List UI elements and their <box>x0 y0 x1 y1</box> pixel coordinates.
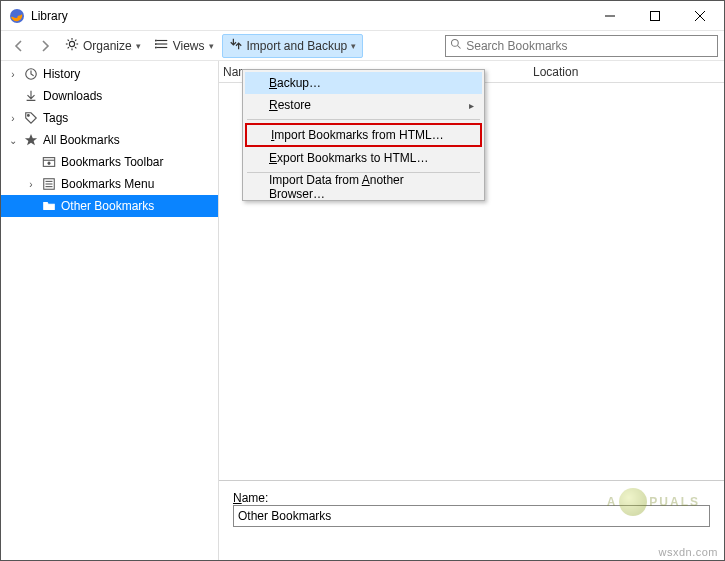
svg-line-21 <box>458 46 461 49</box>
sidebar-item-label: Tags <box>43 111 68 125</box>
menu-item-restore[interactable]: Restore ▸ <box>245 94 482 116</box>
back-button[interactable] <box>7 34 31 58</box>
menu-item-import-browser[interactable]: Import Data from Another Browser… <box>245 176 482 198</box>
chevron-right-icon: › <box>7 69 19 80</box>
library-window: Library Organize ▾ Vi <box>0 0 725 561</box>
toolbar: Organize ▾ Views ▾ Import and Backup ▾ <box>1 31 724 61</box>
sidebar-item-other-bookmarks[interactable]: Other Bookmarks <box>1 195 218 217</box>
tag-icon <box>23 110 39 126</box>
menu-item-label: Restore <box>269 98 311 112</box>
forward-button[interactable] <box>33 34 57 58</box>
sidebar-item-label: Other Bookmarks <box>61 199 154 213</box>
import-backup-menu: Backup… Restore ▸ Import Bookmarks from … <box>242 69 485 201</box>
import-backup-label: Import and Backup <box>247 39 348 53</box>
menu-separator <box>247 119 480 120</box>
sidebar-item-all-bookmarks[interactable]: ⌄ All Bookmarks <box>1 129 218 151</box>
watermark-orb-icon <box>619 488 647 516</box>
svg-line-12 <box>68 47 69 48</box>
svg-line-13 <box>75 40 76 41</box>
sidebar-item-label: History <box>43 67 80 81</box>
window-title: Library <box>31 9 68 23</box>
organize-label: Organize <box>83 39 132 53</box>
history-icon <box>23 66 39 82</box>
organize-button[interactable]: Organize ▾ <box>59 34 147 58</box>
menu-item-import-html[interactable]: Import Bookmarks from HTML… <box>245 123 482 147</box>
submenu-arrow-icon: ▸ <box>469 100 474 111</box>
download-icon <box>23 88 39 104</box>
svg-point-5 <box>69 41 74 46</box>
search-input[interactable] <box>466 39 713 53</box>
search-field[interactable] <box>445 35 718 57</box>
svg-point-17 <box>155 40 156 41</box>
search-icon <box>450 38 462 53</box>
sidebar-item-label: Downloads <box>43 89 102 103</box>
gear-icon <box>65 37 79 54</box>
menu-item-label: Export Bookmarks to HTML… <box>269 151 428 165</box>
chevron-right-icon: › <box>7 113 19 124</box>
column-location[interactable]: Location <box>533 65 724 79</box>
chevron-down-icon: ▾ <box>351 41 356 51</box>
sidebar-tree[interactable]: › History Downloads › Tags <box>1 61 219 560</box>
chevron-down-icon: ⌄ <box>7 135 19 146</box>
menu-item-backup[interactable]: Backup… <box>245 72 482 94</box>
menu-item-export-html[interactable]: Export Bookmarks to HTML… <box>245 147 482 169</box>
chevron-down-icon: ▾ <box>136 41 141 51</box>
close-button[interactable] <box>677 1 722 30</box>
svg-rect-2 <box>650 11 659 20</box>
sidebar-item-downloads[interactable]: Downloads <box>1 85 218 107</box>
import-backup-button[interactable]: Import and Backup ▾ <box>222 34 364 58</box>
svg-point-18 <box>155 44 156 45</box>
views-button[interactable]: Views ▾ <box>149 34 220 58</box>
site-credit: wsxdn.com <box>658 546 718 558</box>
chevron-right-icon: › <box>25 179 37 190</box>
views-label: Views <box>173 39 205 53</box>
menu-item-label: Backup… <box>269 76 321 90</box>
svg-point-20 <box>452 40 459 47</box>
sidebar-item-history[interactable]: › History <box>1 63 218 85</box>
watermark: A PUALS <box>607 488 700 516</box>
chevron-down-icon: ▾ <box>209 41 214 51</box>
minimize-button[interactable] <box>587 1 632 30</box>
sidebar-item-tags[interactable]: › Tags <box>1 107 218 129</box>
sidebar-item-label: All Bookmarks <box>43 133 120 147</box>
sidebar-item-bookmarks-toolbar[interactable]: Bookmarks Toolbar <box>1 151 218 173</box>
firefox-icon <box>9 8 25 24</box>
star-icon <box>23 132 39 148</box>
list-icon <box>155 37 169 54</box>
folder-icon <box>41 198 57 214</box>
toolbar-icon <box>41 154 57 170</box>
menu-item-label: Import Bookmarks from HTML… <box>271 128 444 142</box>
maximize-button[interactable] <box>632 1 677 30</box>
sidebar-item-label: Bookmarks Toolbar <box>61 155 164 169</box>
svg-line-11 <box>75 47 76 48</box>
sidebar-item-bookmarks-menu[interactable]: › Bookmarks Menu <box>1 173 218 195</box>
titlebar: Library <box>1 1 724 31</box>
import-export-icon <box>229 37 243 54</box>
sidebar-item-label: Bookmarks Menu <box>61 177 154 191</box>
menu-icon <box>41 176 57 192</box>
svg-point-19 <box>155 47 156 48</box>
svg-line-10 <box>68 40 69 41</box>
svg-point-23 <box>28 115 30 117</box>
menu-item-label: Import Data from Another Browser… <box>269 173 462 201</box>
